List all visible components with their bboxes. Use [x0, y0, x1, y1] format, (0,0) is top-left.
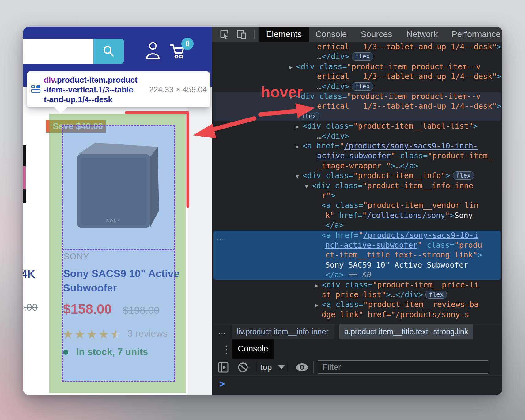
neighbor-product-price-fragment: .00 — [24, 302, 38, 313]
product-price-list: $158.00$198.00 — [63, 302, 159, 317]
inspect-dimensions: 224.33 × 459.04 — [149, 85, 207, 94]
console-drawer-bar: ⋮ Console — [212, 339, 502, 359]
eye-icon[interactable] — [295, 362, 309, 372]
code-line[interactable]: ertical 1/3--tablet-and-up 1/4--desk"> — [317, 72, 501, 81]
screenshot-stage: 0 4K .00 Save $40.00 SONY SONY — [0, 0, 525, 420]
code-line[interactable]: ▶ <div class="product-item__label-list"> — [296, 121, 478, 131]
code-line[interactable]: <a class="product-item__vendor lin — [322, 201, 478, 210]
svg-text:SONY: SONY — [106, 219, 121, 223]
breadcrumb-overflow-right[interactable]: … — [441, 327, 449, 336]
search-input[interactable] — [23, 39, 93, 64]
code-line[interactable]: flex — [296, 111, 319, 121]
console-toolbar: top — [212, 359, 502, 376]
flex-badge[interactable]: flex — [453, 171, 474, 180]
product-title-link[interactable]: Sony SACS9 10" Active Subwoofer — [63, 266, 179, 295]
code-line[interactable]: nch-active-subwoofer" class="produ — [325, 240, 482, 250]
product-price-regular: $198.00 — [123, 305, 159, 316]
code-line[interactable]: ct-item__title text--strong link"> — [325, 250, 482, 260]
tab-performance[interactable]: Performance — [451, 27, 500, 42]
code-line[interactable]: r"> — [322, 191, 335, 201]
page-right-gutter — [187, 87, 212, 395]
code-line[interactable]: ▼ <div class="product-item__info-inne — [305, 181, 473, 191]
code-line[interactable]: </a> == $0 — [325, 270, 372, 280]
product-price-sale: $158.00 — [63, 302, 112, 317]
code-line[interactable]: st price-list">…</div>flex — [322, 290, 447, 300]
code-line[interactable]: ▶ <a class="product-item__reviews-ba — [315, 300, 479, 309]
selector-line2: -item--vertical.1/3--table — [44, 85, 133, 94]
console-sidebar-toggle-icon[interactable] — [218, 362, 229, 373]
product-rating[interactable]: ★★★★★3 reviews — [62, 327, 168, 341]
code-line[interactable]: </a> — [325, 220, 344, 230]
flex-badge[interactable]: flex — [352, 52, 373, 61]
inspect-content-divider — [62, 249, 175, 250]
product-title-line1: Sony SACS9 10" Active — [63, 268, 179, 279]
neighbor-product-title-fragment: 4K — [23, 268, 35, 281]
breadcrumb-item-info-inner[interactable]: liv.product-item__info-inner — [232, 324, 334, 339]
code-line[interactable]: ▶ <div class="product-item__price-li — [315, 280, 479, 290]
layout-grid-icon — [31, 85, 42, 93]
selector-tag: div — [44, 75, 55, 84]
product-title-line2: Subwoofer — [63, 282, 117, 294]
devtools-pane: ElementsConsoleSourcesNetworkPerformance… — [212, 27, 502, 395]
code-line[interactable]: dge link" href="/products/sony-s — [322, 310, 469, 320]
product-vendor[interactable]: SONY — [64, 252, 89, 261]
search-icon — [101, 44, 116, 59]
clear-console-icon[interactable] — [237, 362, 249, 373]
code-line[interactable]: _image-wrapper ">…</a> — [317, 161, 418, 171]
tabbar-separator — [254, 30, 255, 39]
selected-row-gutter-dots: … — [216, 233, 224, 242]
selector-line1: .product-item.product — [55, 75, 138, 84]
inspect-selector: div.product-item.product-item--vertical.… — [44, 75, 145, 104]
browser-window: 0 4K .00 Save $40.00 SONY SONY — [23, 27, 502, 395]
chevron-down-icon[interactable] — [278, 365, 285, 369]
code-line[interactable]: ertical 1/3--tablet-and-up 1/4--desk"> — [317, 101, 501, 111]
code-line[interactable]: active-subwoofer" class="product-item_ — [317, 151, 492, 161]
breadcrumb-item-title-link[interactable]: a.product-item__title.text--strong.link — [339, 324, 473, 339]
product-image-subwoofer[interactable]: SONY — [77, 141, 163, 229]
webpage-pane: 0 4K .00 Save $40.00 SONY SONY — [23, 27, 212, 395]
code-line[interactable]: ▼ <div class="product-item__info">flex — [296, 171, 474, 181]
flex-badge[interactable]: flex — [298, 112, 319, 120]
code-line[interactable]: ertical 1/3--tablet-and-up 1/4--desk"> — [317, 42, 501, 52]
tab-sources[interactable]: Sources — [361, 27, 392, 42]
flex-badge[interactable]: flex — [352, 82, 373, 91]
breadcrumb: … liv.product-item__info-inner a.product… — [212, 324, 502, 339]
device-toolbar-icon[interactable] — [236, 29, 247, 39]
tooltip-arrow — [54, 107, 67, 113]
code-line[interactable]: …</div> — [317, 131, 349, 141]
stock-status: In stock, 7 units — [63, 347, 148, 358]
code-line[interactable]: k" href="/collections/sony">Sony — [325, 211, 473, 220]
devtools-tabbar: ElementsConsoleSourcesNetworkPerformance — [212, 27, 502, 42]
selector-line3: t-and-up.1/4--desk — [44, 95, 112, 104]
inspect-element-icon[interactable] — [220, 29, 229, 39]
console-filter-input[interactable] — [318, 360, 488, 374]
toolbar-separator — [289, 361, 289, 373]
drawer-menu-icon[interactable]: ⋮ — [221, 343, 232, 355]
tab-network[interactable]: Network — [406, 27, 438, 42]
toolbar-separator — [255, 361, 255, 373]
code-line[interactable]: …</div>flex — [317, 82, 373, 92]
tab-console-drawer[interactable]: Console — [232, 339, 274, 359]
toolbar-separator — [313, 361, 314, 373]
code-line[interactable]: ▶ <a href="/products/sony-sacs9-10-inch- — [296, 141, 478, 151]
code-line[interactable]: ▶ <div class="product-item product-item-… — [289, 62, 481, 72]
console-prompt-chevron[interactable]: > — [219, 379, 225, 390]
flex-badge[interactable]: flex — [425, 291, 447, 299]
code-line[interactable]: ▼ <div class="product-item product-item-… — [289, 92, 481, 101]
account-icon[interactable] — [145, 41, 160, 60]
stock-label: In stock, 7 units — [76, 347, 148, 357]
neighbor-product-image-fragment — [23, 145, 26, 203]
elements-tree: ertical 1/3--tablet-and-up 1/4--desk">…<… — [212, 42, 502, 324]
code-line[interactable]: …</div>flex — [317, 52, 373, 62]
tab-console[interactable]: Console — [315, 27, 347, 42]
code-line[interactable]: <a href="/products/sony-sacs9-10-i — [322, 231, 478, 240]
code-line[interactable]: Sony SACS9 10" Active Subwoofer — [325, 260, 468, 270]
inspect-tooltip: div.product-item.product-item--vertical.… — [27, 71, 210, 107]
hover-annotation-label: hover — [261, 83, 303, 101]
search-button[interactable] — [93, 39, 124, 64]
stock-dot-icon — [63, 350, 68, 355]
tab-elements[interactable]: Elements — [259, 27, 309, 42]
context-selector[interactable]: top — [260, 363, 272, 372]
star-icon-half: ★ — [110, 328, 122, 341]
breadcrumb-overflow-left[interactable]: … — [218, 327, 226, 336]
